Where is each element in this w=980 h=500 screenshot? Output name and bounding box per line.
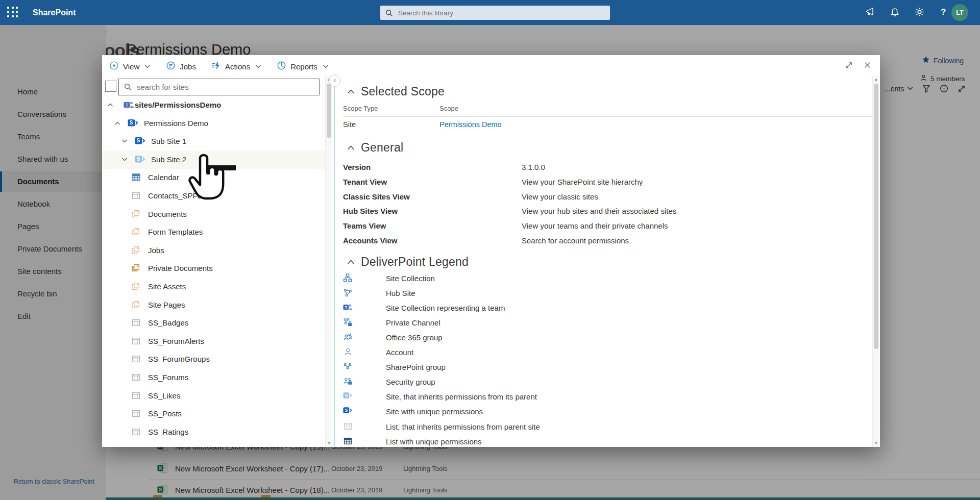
- legend-item-label: SharePoint group: [386, 363, 446, 371]
- legend-item-label: Security group: [386, 378, 435, 386]
- legend-item-label: Site, that inherits permissions from its…: [386, 392, 537, 401]
- sp-site-icon: S: [135, 137, 145, 145]
- search-icon: [385, 9, 393, 17]
- scope-link[interactable]: Permissions Demo: [439, 120, 502, 129]
- tree-item-ss_ratings[interactable]: SS_Ratings: [102, 423, 325, 441]
- sharepoint-group-icon: [342, 362, 353, 371]
- library-tan-icon: [132, 210, 140, 218]
- general-row-value[interactable]: Search for account permissions: [522, 236, 629, 245]
- megaphone-icon[interactable]: [865, 7, 876, 16]
- tree-item-sites-permissionsdemo[interactable]: Tsites/PermissionsDemo: [102, 96, 325, 114]
- avatar[interactable]: LT: [951, 4, 968, 21]
- tree-item-sub-site-1[interactable]: SSub Site 1: [102, 132, 325, 151]
- site-inherits-icon: S: [342, 392, 353, 399]
- tree-item-ss_posts[interactable]: SS_Posts: [102, 405, 325, 423]
- details-scrollbar: ▲ ▼: [872, 76, 879, 447]
- scroll-down-arrow[interactable]: ▼: [873, 441, 879, 445]
- list-gray-icon: [132, 191, 140, 200]
- chevron-up-icon[interactable]: [107, 103, 113, 107]
- chevron-down-icon[interactable]: [121, 157, 128, 162]
- general-section-header[interactable]: General: [347, 141, 403, 155]
- general-row-value[interactable]: View your SharePoint site hierarchy: [522, 178, 643, 186]
- tree-item-ss_forums[interactable]: SS_Forums: [102, 368, 325, 387]
- list-gray-icon: [132, 355, 140, 363]
- tree-item-label: Jobs: [148, 246, 164, 255]
- chevron-up-icon: [347, 145, 355, 151]
- list-gray-icon: [132, 409, 140, 418]
- scope-type-value: Site: [343, 120, 356, 129]
- legend-section-header[interactable]: DeliverPoint Legend: [347, 255, 469, 269]
- library-tan-icon: [132, 282, 140, 291]
- help-icon[interactable]: ?: [941, 7, 946, 17]
- library-tan-icon: [132, 301, 140, 309]
- list-gray-icon: [132, 337, 140, 345]
- suite-bar-app-name[interactable]: SharePoint: [33, 0, 76, 25]
- general-row-label: Accounts View: [343, 236, 397, 245]
- suite-search-box[interactable]: [380, 6, 610, 20]
- chevron-up-icon: [347, 89, 355, 94]
- tree-item-label: SS_Posts: [148, 409, 182, 418]
- app-launcher-waffle-icon[interactable]: [7, 7, 19, 18]
- collapse-tree-button[interactable]: ‹: [329, 74, 341, 87]
- tree-item-site-assets[interactable]: Site Assets: [102, 278, 325, 296]
- tree-item-documents[interactable]: Documents: [102, 205, 325, 223]
- tree-item-label: SS_Likes: [148, 391, 180, 400]
- details-scrollbar-thumb[interactable]: [874, 84, 878, 349]
- tree-item-ss_forumgroups[interactable]: SS_ForumGroups: [102, 350, 325, 368]
- scope-column-header: Scope: [439, 105, 458, 112]
- suite-search-input[interactable]: [397, 9, 593, 17]
- tree-item-label: Sub Site 1: [151, 137, 186, 145]
- general-row-value[interactable]: View your hub sites and their associated…: [522, 207, 676, 215]
- tree-item-ss_badges[interactable]: SS_Badges: [102, 314, 325, 332]
- tree-item-label: Contacts_SPFest: [148, 191, 208, 200]
- svg-text:S: S: [345, 393, 348, 398]
- tree-scrollbar: ▲ ▼: [325, 76, 332, 447]
- tree-scrollbar-thumb[interactable]: [327, 84, 331, 138]
- svg-text:S: S: [130, 120, 133, 126]
- teams-site-icon: T: [124, 101, 134, 109]
- general-row-label: Version: [343, 163, 371, 171]
- tree-item-label: Site Pages: [148, 301, 185, 309]
- table-divider: [343, 116, 872, 117]
- chevron-down-icon[interactable]: [121, 139, 128, 143]
- scroll-up-arrow[interactable]: ▲: [873, 77, 879, 82]
- general-row-value[interactable]: View your classic sites: [522, 192, 598, 201]
- tree-item-contacts_spfest[interactable]: Contacts_SPFest: [102, 187, 325, 205]
- site-collection-icon: [342, 273, 353, 282]
- tree-item-label: Permissions Demo: [144, 119, 208, 128]
- tree-item-permissions-demo[interactable]: SPermissions Demo: [102, 114, 325, 133]
- tree-item-private-documents[interactable]: Private Documents: [102, 259, 325, 278]
- tree-item-label: Site Assets: [148, 282, 186, 291]
- legend-item-label: Hub Site: [386, 289, 415, 297]
- tree-item-sub-site-2[interactable]: SSub Site 2: [102, 151, 325, 169]
- tree-item-calendar[interactable]: Calendar: [102, 168, 325, 187]
- tree-item-label: Documents: [148, 210, 187, 218]
- bell-icon[interactable]: [890, 7, 899, 17]
- sp-site-light-icon: S: [135, 155, 145, 163]
- tree-item-form-templates[interactable]: Form Templates: [102, 223, 325, 241]
- library-tan-icon: [132, 228, 140, 236]
- tree-item-label: SS_Forums: [148, 373, 188, 382]
- app-root: Sub Site 1Sub Site 2 LightningTools Perm…: [0, 0, 980, 500]
- general-row-value: 3.1.0.0: [522, 163, 545, 171]
- chevron-up-icon[interactable]: [114, 121, 120, 126]
- tree-item-ss_forumalerts[interactable]: SS_ForumAlerts: [102, 332, 325, 351]
- tree-item-label: Calendar: [148, 173, 179, 182]
- team-site-collection-icon: T: [342, 303, 353, 311]
- svg-text:S: S: [137, 156, 140, 162]
- general-row-label: Hub Sites View: [343, 207, 398, 215]
- gear-icon[interactable]: [915, 7, 924, 17]
- selected-scope-section-header[interactable]: Selected Scope: [347, 85, 445, 98]
- general-row-value[interactable]: View your teams and their private channe…: [522, 221, 668, 230]
- general-row-label: Classic Sites View: [343, 192, 410, 201]
- list-inherits-icon: [342, 422, 353, 431]
- legend-item-label: Office 365 group: [386, 333, 443, 342]
- svg-text:T: T: [345, 305, 347, 310]
- tree-item-ss_likes[interactable]: SS_Likes: [102, 387, 325, 405]
- legend-item-label: Site Collection representing a team: [386, 304, 505, 312]
- scroll-down-arrow[interactable]: ▼: [326, 441, 332, 445]
- tree-item-site-pages[interactable]: Site Pages: [102, 296, 325, 314]
- tree-item-jobs[interactable]: Jobs: [102, 241, 325, 260]
- svg-text:S: S: [345, 408, 348, 413]
- site-tree: Tsites/PermissionsDemoSPermissions DemoS…: [102, 55, 325, 447]
